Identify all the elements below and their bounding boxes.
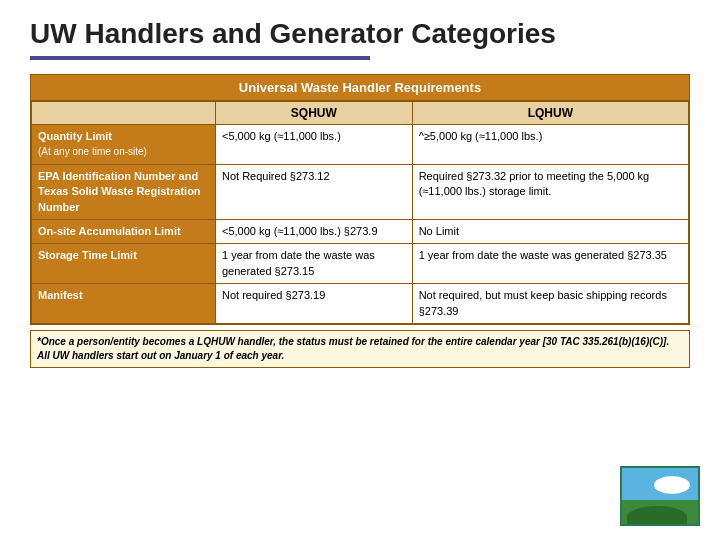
table-row: EPA Identification Number and Texas Soli…	[32, 164, 689, 219]
row-lqhuw: Not required, but must keep basic shippi…	[412, 284, 688, 324]
row-lqhuw: Required §273.32 prior to meeting the 5,…	[412, 164, 688, 219]
row-lqhuw: ^≥5,000 kg (≈11,000 lbs.)	[412, 125, 688, 165]
logo	[620, 466, 700, 526]
row-lqhuw: 1 year from date the waste was generated…	[412, 244, 688, 284]
table-row: On-site Accumulation Limit<5,000 kg (≈11…	[32, 219, 689, 243]
table-row: Storage Time Limit1 year from date the w…	[32, 244, 689, 284]
row-label: Storage Time Limit	[32, 244, 216, 284]
table-row: ManifestNot required §273.19Not required…	[32, 284, 689, 324]
page-title: UW Handlers and Generator Categories	[30, 18, 690, 50]
row-label: Quantity Limit(At any one time on-site)	[32, 125, 216, 165]
table-footnote: *Once a person/entity becomes a LQHUW ha…	[30, 330, 690, 368]
row-label: On-site Accumulation Limit	[32, 219, 216, 243]
requirements-table: SQHUW LQHUW Quantity Limit(At any one ti…	[31, 101, 689, 324]
row-sqhuw: 1 year from date the waste was generated…	[215, 244, 412, 284]
row-label: EPA Identification Number and Texas Soli…	[32, 164, 216, 219]
table-row: Quantity Limit(At any one time on-site)<…	[32, 125, 689, 165]
logo-image	[620, 466, 700, 526]
logo-hill	[627, 506, 687, 526]
logo-sky	[622, 468, 698, 500]
row-sqhuw: Not Required §273.12	[215, 164, 412, 219]
logo-ground	[622, 500, 698, 526]
col-header-sqhuw: SQHUW	[215, 102, 412, 125]
row-label: Manifest	[32, 284, 216, 324]
logo-cloud	[654, 476, 690, 494]
slide: UW Handlers and Generator Categories Uni…	[0, 0, 720, 540]
row-lqhuw: No Limit	[412, 219, 688, 243]
requirements-table-wrapper: Universal Waste Handler Requirements SQH…	[30, 74, 690, 325]
row-sqhuw: <5,000 kg (≈11,000 lbs.)	[215, 125, 412, 165]
col-header-empty	[32, 102, 216, 125]
title-underline	[30, 56, 370, 60]
row-sqhuw: Not required §273.19	[215, 284, 412, 324]
row-sqhuw: <5,000 kg (≈11,000 lbs.) §273.9	[215, 219, 412, 243]
col-header-lqhuw: LQHUW	[412, 102, 688, 125]
table-section-title: Universal Waste Handler Requirements	[31, 75, 689, 101]
